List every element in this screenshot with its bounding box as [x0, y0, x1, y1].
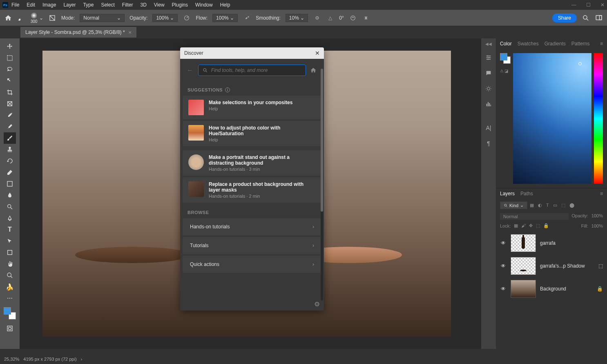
visibility-icon[interactable]: 👁 — [500, 263, 507, 269]
tab-swatches[interactable]: Swatches — [518, 41, 539, 47]
character-icon[interactable]: A| — [484, 124, 493, 132]
layer-row[interactable]: 👁 garrafa — [496, 232, 607, 255]
filter-type-icon[interactable]: T — [546, 203, 549, 208]
tab-patterns[interactable]: Patterns — [571, 41, 590, 47]
close-button[interactable]: ✕ — [600, 2, 605, 8]
gear-icon[interactable]: ⚙ — [314, 301, 320, 308]
menu-help[interactable]: Help — [220, 2, 230, 8]
lock-artboard-icon[interactable]: ⬚ — [536, 223, 540, 228]
pressure-opacity-icon[interactable] — [183, 14, 191, 22]
healing-tool[interactable] — [4, 121, 16, 132]
scroll-thumb[interactable] — [321, 69, 323, 212]
layer-link-icon[interactable]: ⬚ — [598, 263, 603, 269]
menu-view[interactable]: View — [154, 2, 165, 8]
browse-item[interactable]: Quick actions › — [183, 256, 321, 273]
visibility-icon[interactable]: 👁 — [500, 240, 507, 246]
quick-mask-icon[interactable] — [4, 323, 16, 334]
suggestion-item[interactable]: How to adjust photo color with Hue/Satur… — [183, 121, 321, 146]
status-chevron-icon[interactable]: › — [81, 357, 83, 362]
maximize-button[interactable]: ☐ — [586, 2, 591, 8]
layer-thumbnail[interactable] — [511, 280, 536, 298]
suggestion-item[interactable]: Replace a product shot background with l… — [183, 177, 321, 203]
search-input[interactable] — [211, 67, 301, 73]
adjustments-icon[interactable] — [484, 85, 493, 93]
pen-tool[interactable] — [4, 212, 16, 224]
layer-thumbnail[interactable] — [511, 234, 536, 252]
brush-preset-icon[interactable] — [17, 14, 25, 22]
lock-all-icon[interactable]: 🔒 — [543, 223, 549, 228]
layer-name[interactable]: garrafa — [540, 240, 603, 246]
eraser-tool[interactable] — [4, 167, 16, 178]
filter-pixel-icon[interactable]: ▦ — [530, 203, 534, 208]
scrollbar[interactable] — [321, 69, 323, 301]
menu-layer[interactable]: Layer — [63, 2, 76, 8]
browse-item[interactable]: Hands-on tutorials › — [183, 218, 321, 235]
edit-toolbar[interactable]: ⋯ — [4, 293, 16, 304]
info-icon[interactable]: i — [225, 87, 230, 92]
color-picker[interactable] — [513, 53, 591, 184]
gamut-warning-icon[interactable]: ⚠ — [500, 69, 504, 73]
dodge-tool[interactable] — [4, 201, 16, 212]
zoom-level[interactable]: 25,32% — [4, 357, 19, 362]
layer-name[interactable]: garrafa's...p Shadow — [540, 263, 594, 269]
document-tab[interactable]: Layer Style - Sombra.psd @ 25,3% (RGB/8)… — [20, 27, 136, 38]
frame-tool[interactable] — [4, 98, 16, 109]
color-swatches[interactable] — [4, 307, 16, 319]
pressure-size-icon[interactable] — [349, 14, 357, 22]
banana-tool[interactable]: 🍌 — [4, 281, 16, 293]
blend-mode-select[interactable]: Normal — [500, 213, 569, 220]
properties-icon[interactable] — [484, 54, 493, 62]
smoothing-input[interactable]: 10% ⌄ — [286, 14, 308, 22]
suggestion-item[interactable]: Make a portrait stand out against a dist… — [183, 150, 321, 176]
tab-color[interactable]: Color — [500, 41, 512, 47]
panel-menu-icon[interactable]: ≡ — [600, 41, 603, 47]
layer-row[interactable]: 👁 garrafa's...p Shadow ⬚ — [496, 255, 607, 277]
filter-toggle-icon[interactable]: ⬤ — [569, 203, 574, 208]
sample-swatch[interactable] — [500, 53, 511, 64]
back-icon[interactable]: ← — [187, 67, 194, 74]
browse-item[interactable]: Tutorials › — [183, 237, 321, 254]
symmetry-icon[interactable] — [362, 14, 370, 22]
layer-thumbnail[interactable] — [511, 257, 536, 275]
selection-tool[interactable] — [4, 75, 16, 87]
flow-input[interactable]: 100% ⌄ — [212, 14, 238, 22]
stamp-tool[interactable] — [4, 144, 16, 155]
menu-file[interactable]: File — [11, 2, 19, 8]
search-box[interactable] — [198, 65, 306, 76]
lock-transparency-icon[interactable]: ▦ — [514, 223, 518, 228]
menu-window[interactable]: Window — [195, 2, 213, 8]
crop-tool[interactable] — [4, 87, 16, 98]
move-tool[interactable] — [4, 41, 16, 52]
path-selection-tool[interactable] — [4, 235, 16, 247]
gradient-tool[interactable] — [4, 178, 16, 190]
filter-smart-icon[interactable]: ⬚ — [561, 203, 565, 208]
layer-row[interactable]: 👁 Background 🔒 — [496, 277, 607, 300]
layer-opacity-value[interactable]: 100% — [591, 213, 603, 220]
menu-type[interactable]: Type — [83, 2, 94, 8]
menu-3d[interactable]: 3D — [140, 2, 146, 8]
tab-gradients[interactable]: Gradients — [545, 41, 566, 47]
web-safe-icon[interactable]: ◪ — [504, 69, 508, 73]
smoothing-gear-icon[interactable]: ⚙ — [313, 14, 321, 22]
airbrush-icon[interactable] — [243, 14, 251, 22]
home-icon[interactable] — [310, 67, 317, 74]
hand-tool[interactable] — [4, 258, 16, 270]
doc-dimensions[interactable]: 4195 px x 2793 px (72 ppi) — [23, 357, 76, 362]
discover-header[interactable]: Discover ✕ — [180, 47, 324, 59]
type-tool[interactable]: T — [4, 224, 16, 235]
visibility-icon[interactable]: 👁 — [500, 286, 507, 292]
lasso-tool[interactable] — [4, 64, 16, 75]
zoom-tool[interactable] — [4, 270, 16, 281]
filter-shape-icon[interactable]: ▭ — [553, 203, 557, 208]
fill-value[interactable]: 100% — [591, 223, 603, 228]
eyedropper-tool[interactable] — [4, 109, 16, 121]
tab-close-icon[interactable]: ✕ — [128, 30, 132, 35]
menu-select[interactable]: Select — [101, 2, 114, 8]
share-button[interactable]: Share — [552, 13, 577, 22]
menu-edit[interactable]: Edit — [27, 2, 35, 8]
brush-panel-icon[interactable] — [48, 14, 56, 22]
foreground-color[interactable] — [4, 307, 11, 315]
comments-icon[interactable] — [484, 69, 493, 77]
lock-position-icon[interactable]: ✥ — [529, 223, 533, 228]
lock-icon[interactable]: 🔒 — [597, 286, 603, 292]
